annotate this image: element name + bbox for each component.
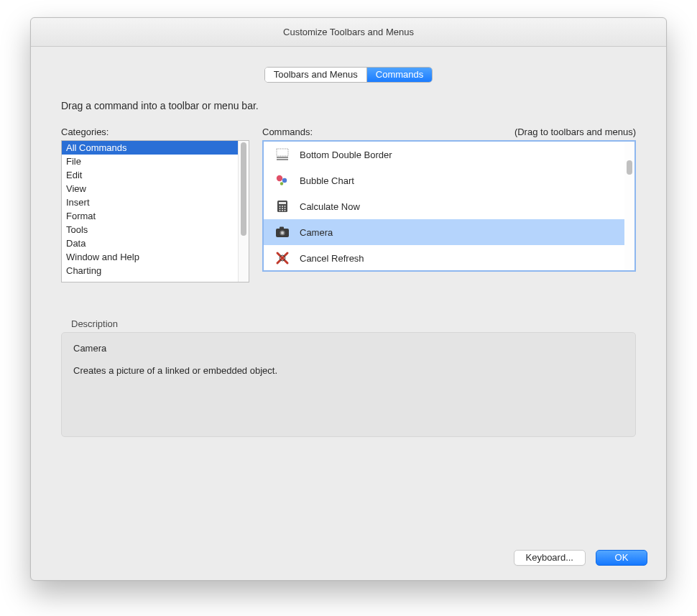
command-label: Bubble Chart: [300, 175, 354, 186]
instruction-text: Drag a command into a toolbar or menu ba…: [61, 100, 636, 111]
svg-point-4: [282, 178, 287, 183]
cancel-refresh-icon: [274, 249, 291, 267]
titlebar: Customize Toolbars and Menus: [31, 18, 666, 47]
border-bottom-double-icon: [274, 146, 291, 163]
category-item[interactable]: File: [62, 155, 238, 168]
svg-rect-7: [279, 202, 286, 204]
command-label: Camera: [300, 227, 333, 238]
bubble-chart-icon: [274, 172, 291, 189]
command-item[interactable]: Cancel Refresh: [264, 245, 624, 270]
keyboard-button[interactable]: Keyboard...: [514, 550, 586, 566]
camera-icon: [274, 224, 291, 241]
svg-point-20: [281, 231, 284, 234]
window-body: Toolbars and Menus Commands Drag a comma…: [31, 47, 666, 580]
svg-point-12: [282, 208, 283, 209]
ok-button[interactable]: OK: [596, 550, 647, 566]
commands-scrollbar[interactable]: [624, 142, 634, 270]
description-box: Camera Creates a picture of a linked or …: [61, 332, 636, 437]
category-item[interactable]: Insert: [62, 196, 238, 209]
footer: Keyboard... OK: [45, 543, 652, 566]
category-item[interactable]: Tools: [62, 223, 238, 236]
svg-point-11: [280, 208, 281, 209]
svg-point-8: [280, 206, 281, 207]
svg-point-16: [285, 210, 286, 211]
categories-label: Categories:: [61, 127, 249, 137]
svg-point-14: [280, 210, 281, 211]
command-item[interactable]: Bottom Double Border: [264, 142, 624, 167]
category-item[interactable]: Charting: [62, 264, 238, 277]
command-label: Bottom Double Border: [300, 150, 392, 160]
tabstrip: Toolbars and Menus Commands: [264, 67, 433, 83]
command-label: Calculate Now: [300, 201, 360, 212]
description-command-name: Camera: [73, 343, 624, 354]
customize-toolbars-window: Customize Toolbars and Menus Toolbars an…: [30, 17, 667, 581]
main-panel: Toolbars and Menus Commands Drag a comma…: [45, 61, 652, 540]
window-title: Customize Toolbars and Menus: [283, 27, 414, 37]
drag-hint: (Drag to toolbars and menus): [514, 127, 636, 137]
command-label: Cancel Refresh: [300, 253, 364, 264]
categories-listbox[interactable]: All Commands File Edit View Insert Forma…: [61, 140, 249, 282]
command-item[interactable]: Bubble Chart: [264, 167, 624, 193]
description-section: Description Camera Creates a picture of …: [61, 318, 636, 437]
command-item[interactable]: Camera: [264, 219, 624, 245]
tab-toolbars-and-menus[interactable]: Toolbars and Menus: [265, 68, 367, 82]
svg-point-10: [285, 206, 286, 207]
svg-point-5: [280, 182, 283, 185]
svg-point-9: [282, 206, 283, 207]
scrollbar-thumb[interactable]: [241, 142, 246, 236]
tab-commands[interactable]: Commands: [367, 68, 432, 82]
category-item[interactable]: Edit: [62, 168, 238, 182]
svg-point-3: [277, 175, 282, 181]
scrollbar-thumb[interactable]: [627, 160, 632, 175]
commands-listbox[interactable]: Bottom Double Border: [262, 140, 636, 272]
svg-rect-0: [277, 149, 288, 156]
svg-point-15: [282, 210, 283, 211]
categories-scrollbar[interactable]: [238, 141, 249, 282]
description-text: Creates a picture of a linked or embedde…: [73, 365, 624, 376]
command-item[interactable]: Calculate Now: [264, 193, 624, 219]
category-item[interactable]: Window and Help: [62, 250, 238, 264]
description-label: Description: [71, 318, 636, 329]
svg-rect-18: [280, 227, 284, 229]
category-item[interactable]: Format: [62, 209, 238, 223]
category-item[interactable]: View: [62, 182, 238, 196]
category-item[interactable]: Data: [62, 236, 238, 250]
svg-point-13: [285, 208, 286, 209]
category-item[interactable]: All Commands: [62, 141, 238, 155]
calculator-icon: [274, 198, 291, 215]
commands-label: Commands:: [262, 127, 514, 137]
